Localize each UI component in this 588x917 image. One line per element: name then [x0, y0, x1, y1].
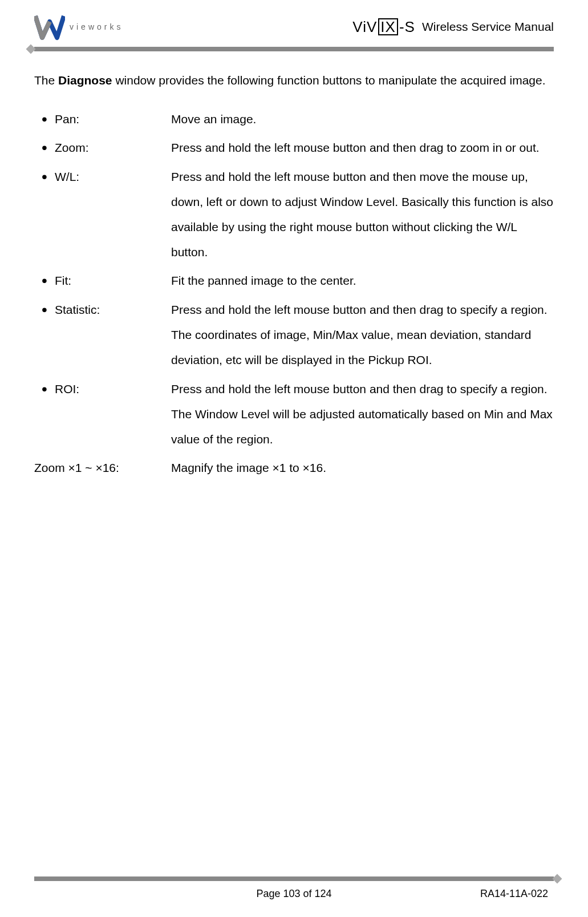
list-item: • W/L: Press and hold the left mouse but…	[34, 164, 554, 265]
vieworks-logo: vieworks	[34, 11, 123, 42]
item-label: Zoom ×1 ~ ×16:	[34, 455, 171, 480]
list-item: • Statistic: Press and hold the left mou…	[34, 297, 554, 373]
item-desc: Fit the panned image to the center.	[171, 268, 554, 293]
vivix-logo: ViVIX-S	[352, 18, 415, 36]
list-item: • ROI: Press and hold the left mouse but…	[34, 377, 554, 452]
item-desc: Magnify the image ×1 to ×16.	[171, 455, 554, 480]
item-desc: Press and hold the left mouse button and…	[171, 135, 554, 160]
page-footer: Page 103 of 124 RA14-11A-022	[34, 888, 554, 900]
item-label: Pan:	[55, 107, 171, 132]
bullet-icon: •	[34, 135, 55, 161]
item-label: Zoom:	[55, 135, 171, 160]
logo-text: vieworks	[70, 22, 123, 31]
item-label: ROI:	[55, 377, 171, 402]
logo-w-icon	[34, 11, 65, 42]
bullet-icon: •	[34, 297, 55, 323]
item-label: W/L:	[55, 164, 171, 189]
page-content: The Diagnose window provides the followi…	[34, 71, 554, 871]
item-label: Statistic:	[55, 297, 171, 322]
bullet-icon: •	[34, 377, 55, 402]
header-right: ViVIX-S Wireless Service Manual	[352, 18, 554, 36]
function-list: • Pan: Move an image. • Zoom: Press and …	[34, 107, 554, 480]
header-divider	[34, 47, 554, 51]
list-item: • Pan: Move an image.	[34, 107, 554, 132]
page-header: vieworks ViVIX-S Wireless Service Manual	[34, 11, 554, 42]
list-item-extra: Zoom ×1 ~ ×16: Magnify the image ×1 to ×…	[34, 455, 554, 480]
header-title: Wireless Service Manual	[422, 20, 554, 34]
item-desc: Press and hold the left mouse button and…	[171, 164, 554, 265]
footer-divider	[34, 876, 554, 881]
doc-number: RA14-11A-022	[480, 888, 548, 900]
item-desc: Move an image.	[171, 107, 554, 132]
bullet-icon: •	[34, 107, 55, 132]
item-desc: Press and hold the left mouse button and…	[171, 297, 554, 373]
page-number: Page 103 of 124	[256, 888, 331, 900]
item-desc: Press and hold the left mouse button and…	[171, 377, 554, 452]
list-item: • Zoom: Press and hold the left mouse bu…	[34, 135, 554, 161]
bullet-icon: •	[34, 268, 55, 294]
item-label: Fit:	[55, 268, 171, 293]
bullet-icon: •	[34, 164, 55, 190]
intro-paragraph: The Diagnose window provides the followi…	[34, 71, 554, 90]
list-item: • Fit: Fit the panned image to the cente…	[34, 268, 554, 294]
